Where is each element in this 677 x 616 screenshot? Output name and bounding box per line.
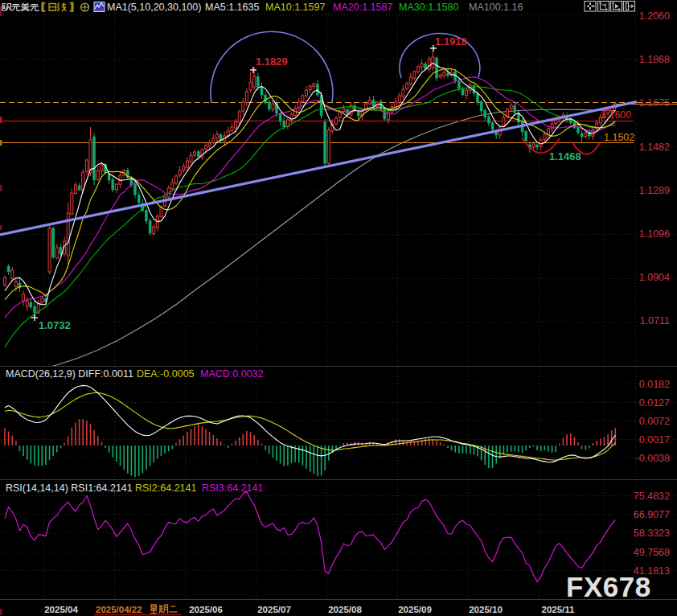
svg-text:1.1868: 1.1868	[639, 54, 670, 65]
svg-text:MA10:1.1597: MA10:1.1597	[265, 2, 325, 13]
svg-text:2025/11: 2025/11	[542, 605, 576, 614]
svg-text:58.3323: 58.3323	[634, 528, 670, 539]
svg-text:2025/08: 2025/08	[328, 605, 362, 614]
svg-text:2025/06: 2025/06	[189, 605, 223, 614]
svg-text:49.7568: 49.7568	[634, 547, 670, 558]
svg-text:1.1468: 1.1468	[549, 150, 581, 162]
svg-text:75.4832: 75.4832	[634, 491, 670, 502]
svg-text:2025/04: 2025/04	[44, 605, 78, 614]
svg-text:1.0732: 1.0732	[39, 319, 71, 331]
svg-text:1.1600: 1.1600	[601, 109, 631, 121]
svg-text:2025/10: 2025/10	[469, 605, 503, 614]
svg-text:MA20:1.1587: MA20:1.1587	[333, 2, 392, 13]
svg-text:0.0127: 0.0127	[639, 397, 670, 409]
svg-text:MA100:1.16: MA100:1.16	[469, 2, 523, 13]
svg-text:1.0904: 1.0904	[639, 272, 670, 283]
svg-text:1.1918: 1.1918	[435, 35, 467, 47]
svg-text:DEA:-0.0005: DEA:-0.0005	[137, 368, 195, 380]
svg-text:2025/09: 2025/09	[398, 605, 432, 614]
svg-text:0.0182: 0.0182	[639, 379, 670, 390]
svg-text:0.0072: 0.0072	[639, 416, 670, 427]
svg-text:1.1675: 1.1675	[639, 97, 670, 109]
svg-text:MA1(5,10,20,30,100): MA1(5,10,20,30,100)	[107, 2, 201, 13]
svg-text:MACD:0.0032: MACD:0.0032	[200, 368, 264, 380]
svg-text:2025/04/22: 2025/04/22	[96, 605, 142, 614]
svg-text:RSI2:64.2141: RSI2:64.2141	[135, 483, 196, 494]
svg-text:-0.0038: -0.0038	[636, 453, 670, 464]
svg-text:1.2060: 1.2060	[639, 10, 670, 22]
svg-text:MACD(26,12,9) DIFF:0.0011: MACD(26,12,9) DIFF:0.0011	[6, 368, 133, 380]
svg-text:RSI3:64.2141: RSI3:64.2141	[202, 483, 263, 494]
svg-text:MA5:1.1635: MA5:1.1635	[205, 2, 259, 13]
svg-text:1.1482: 1.1482	[639, 142, 670, 153]
svg-text:MA30:1.1580: MA30:1.1580	[399, 2, 458, 13]
svg-text:1.1289: 1.1289	[639, 185, 670, 196]
svg-text:2025/07: 2025/07	[257, 605, 291, 614]
svg-text:1.1502: 1.1502	[604, 132, 634, 143]
svg-text:1.1096: 1.1096	[639, 228, 670, 240]
svg-text:66.9077: 66.9077	[634, 509, 670, 520]
svg-text:1.0711: 1.0711	[640, 315, 670, 326]
svg-text:RSI(14,14,14) RSI1:64.2141: RSI(14,14,14) RSI1:64.2141	[6, 483, 133, 494]
svg-text:1.1829: 1.1829	[256, 55, 288, 68]
svg-text:0.0017: 0.0017	[639, 434, 670, 446]
svg-text:FX678: FX678	[566, 571, 651, 602]
